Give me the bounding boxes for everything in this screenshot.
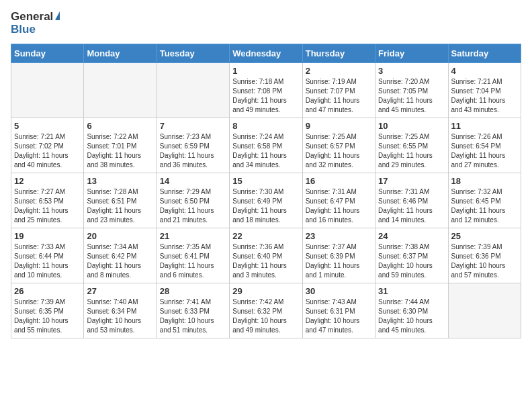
weekday-header-row: SundayMondayTuesdayWednesdayThursdayFrid… <box>11 44 521 63</box>
day-number: 17 <box>378 176 445 186</box>
day-info: Sunrise: 7:40 AMSunset: 6:34 PMDaylight:… <box>87 298 153 335</box>
day-number: 10 <box>378 121 445 131</box>
day-cell-9: 9Sunrise: 7:25 AMSunset: 6:57 PMDaylight… <box>302 118 375 173</box>
day-cell-16: 16Sunrise: 7:31 AMSunset: 6:47 PMDayligh… <box>302 173 375 228</box>
day-number: 26 <box>14 286 81 296</box>
day-info: Sunrise: 7:39 AMSunset: 6:36 PMDaylight:… <box>451 242 518 280</box>
empty-cell <box>84 63 157 118</box>
week-row-5: 26Sunrise: 7:39 AMSunset: 6:35 PMDayligh… <box>11 283 521 338</box>
day-cell-30: 30Sunrise: 7:43 AMSunset: 6:31 PMDayligh… <box>302 283 375 338</box>
day-info: Sunrise: 7:38 AMSunset: 6:37 PMDaylight:… <box>378 242 445 280</box>
day-info: Sunrise: 7:36 AMSunset: 6:40 PMDaylight:… <box>232 242 299 280</box>
day-cell-18: 18Sunrise: 7:32 AMSunset: 6:45 PMDayligh… <box>448 173 521 228</box>
day-cell-6: 6Sunrise: 7:22 AMSunset: 7:01 PMDaylight… <box>84 118 157 173</box>
day-cell-20: 20Sunrise: 7:34 AMSunset: 6:42 PMDayligh… <box>84 228 157 283</box>
day-number: 11 <box>451 121 518 131</box>
day-cell-27: 27Sunrise: 7:40 AMSunset: 6:34 PMDayligh… <box>84 283 157 338</box>
day-number: 5 <box>14 121 81 131</box>
day-info: Sunrise: 7:25 AMSunset: 6:55 PMDaylight:… <box>378 132 445 170</box>
day-number: 6 <box>87 121 153 131</box>
day-number: 13 <box>87 176 153 186</box>
day-number: 4 <box>451 66 518 76</box>
logo-blue: Blue <box>11 24 60 36</box>
week-row-4: 19Sunrise: 7:33 AMSunset: 6:44 PMDayligh… <box>11 228 521 283</box>
weekday-header-thursday: Thursday <box>302 44 375 63</box>
day-info: Sunrise: 7:27 AMSunset: 6:53 PMDaylight:… <box>14 187 81 225</box>
week-row-1: 1Sunrise: 7:18 AMSunset: 7:08 PMDaylight… <box>11 63 521 118</box>
day-info: Sunrise: 7:20 AMSunset: 7:05 PMDaylight:… <box>378 77 445 115</box>
day-number: 15 <box>232 176 299 186</box>
empty-cell <box>11 63 84 118</box>
day-info: Sunrise: 7:22 AMSunset: 7:01 PMDaylight:… <box>87 132 153 170</box>
day-cell-8: 8Sunrise: 7:24 AMSunset: 6:58 PMDaylight… <box>230 118 302 173</box>
day-cell-1: 1Sunrise: 7:18 AMSunset: 7:08 PMDaylight… <box>230 63 302 118</box>
day-info: Sunrise: 7:35 AMSunset: 6:41 PMDaylight:… <box>160 242 226 280</box>
day-number: 12 <box>14 176 81 186</box>
day-cell-28: 28Sunrise: 7:41 AMSunset: 6:33 PMDayligh… <box>157 283 229 338</box>
day-info: Sunrise: 7:30 AMSunset: 6:49 PMDaylight:… <box>232 187 299 225</box>
logo: General Blue <box>11 11 60 36</box>
day-cell-5: 5Sunrise: 7:21 AMSunset: 7:02 PMDaylight… <box>11 118 84 173</box>
day-cell-22: 22Sunrise: 7:36 AMSunset: 6:40 PMDayligh… <box>230 228 302 283</box>
day-cell-29: 29Sunrise: 7:42 AMSunset: 6:32 PMDayligh… <box>230 283 302 338</box>
week-row-2: 5Sunrise: 7:21 AMSunset: 7:02 PMDaylight… <box>11 118 521 173</box>
day-cell-25: 25Sunrise: 7:39 AMSunset: 6:36 PMDayligh… <box>448 228 521 283</box>
day-cell-24: 24Sunrise: 7:38 AMSunset: 6:37 PMDayligh… <box>375 228 448 283</box>
logo-general: General <box>11 11 60 24</box>
day-info: Sunrise: 7:31 AMSunset: 6:47 PMDaylight:… <box>306 187 372 225</box>
day-number: 31 <box>378 286 445 296</box>
day-cell-12: 12Sunrise: 7:27 AMSunset: 6:53 PMDayligh… <box>11 173 84 228</box>
day-cell-21: 21Sunrise: 7:35 AMSunset: 6:41 PMDayligh… <box>157 228 229 283</box>
day-cell-11: 11Sunrise: 7:26 AMSunset: 6:54 PMDayligh… <box>448 118 521 173</box>
day-number: 7 <box>160 121 226 131</box>
day-number: 25 <box>451 231 518 241</box>
day-info: Sunrise: 7:24 AMSunset: 6:58 PMDaylight:… <box>232 132 299 170</box>
day-info: Sunrise: 7:43 AMSunset: 6:31 PMDaylight:… <box>306 298 372 335</box>
day-number: 29 <box>232 286 299 296</box>
day-info: Sunrise: 7:44 AMSunset: 6:30 PMDaylight:… <box>378 298 445 335</box>
day-number: 9 <box>306 121 372 131</box>
day-number: 30 <box>306 286 372 296</box>
day-number: 1 <box>232 66 299 76</box>
weekday-header-friday: Friday <box>375 44 448 63</box>
day-info: Sunrise: 7:34 AMSunset: 6:42 PMDaylight:… <box>87 242 153 280</box>
day-number: 14 <box>160 176 226 186</box>
weekday-header-tuesday: Tuesday <box>157 44 229 63</box>
day-number: 3 <box>378 66 445 76</box>
weekday-header-saturday: Saturday <box>448 44 521 63</box>
day-info: Sunrise: 7:21 AMSunset: 7:04 PMDaylight:… <box>451 77 518 115</box>
day-number: 2 <box>306 66 372 76</box>
day-number: 16 <box>306 176 372 186</box>
day-info: Sunrise: 7:19 AMSunset: 7:07 PMDaylight:… <box>306 77 372 115</box>
page-header: General Blue <box>11 11 521 36</box>
day-info: Sunrise: 7:32 AMSunset: 6:45 PMDaylight:… <box>451 187 518 225</box>
day-cell-2: 2Sunrise: 7:19 AMSunset: 7:07 PMDaylight… <box>302 63 375 118</box>
day-number: 28 <box>160 286 226 296</box>
day-info: Sunrise: 7:33 AMSunset: 6:44 PMDaylight:… <box>14 242 81 280</box>
day-cell-4: 4Sunrise: 7:21 AMSunset: 7:04 PMDaylight… <box>448 63 521 118</box>
empty-cell <box>157 63 229 118</box>
day-info: Sunrise: 7:26 AMSunset: 6:54 PMDaylight:… <box>451 132 518 170</box>
week-row-3: 12Sunrise: 7:27 AMSunset: 6:53 PMDayligh… <box>11 173 521 228</box>
day-number: 22 <box>232 231 299 241</box>
weekday-header-wednesday: Wednesday <box>230 44 302 63</box>
day-number: 23 <box>306 231 372 241</box>
day-number: 21 <box>160 231 226 241</box>
day-cell-26: 26Sunrise: 7:39 AMSunset: 6:35 PMDayligh… <box>11 283 84 338</box>
day-info: Sunrise: 7:23 AMSunset: 6:59 PMDaylight:… <box>160 132 226 170</box>
day-cell-14: 14Sunrise: 7:29 AMSunset: 6:50 PMDayligh… <box>157 173 229 228</box>
day-cell-3: 3Sunrise: 7:20 AMSunset: 7:05 PMDaylight… <box>375 63 448 118</box>
day-cell-17: 17Sunrise: 7:31 AMSunset: 6:46 PMDayligh… <box>375 173 448 228</box>
empty-cell <box>448 283 521 338</box>
weekday-header-sunday: Sunday <box>11 44 84 63</box>
day-cell-15: 15Sunrise: 7:30 AMSunset: 6:49 PMDayligh… <box>230 173 302 228</box>
day-cell-19: 19Sunrise: 7:33 AMSunset: 6:44 PMDayligh… <box>11 228 84 283</box>
day-info: Sunrise: 7:31 AMSunset: 6:46 PMDaylight:… <box>378 187 445 225</box>
day-info: Sunrise: 7:39 AMSunset: 6:35 PMDaylight:… <box>14 298 81 335</box>
weekday-header-monday: Monday <box>84 44 157 63</box>
day-number: 24 <box>378 231 445 241</box>
day-info: Sunrise: 7:25 AMSunset: 6:57 PMDaylight:… <box>306 132 372 170</box>
day-number: 19 <box>14 231 81 241</box>
day-info: Sunrise: 7:37 AMSunset: 6:39 PMDaylight:… <box>306 242 372 280</box>
day-number: 27 <box>87 286 153 296</box>
